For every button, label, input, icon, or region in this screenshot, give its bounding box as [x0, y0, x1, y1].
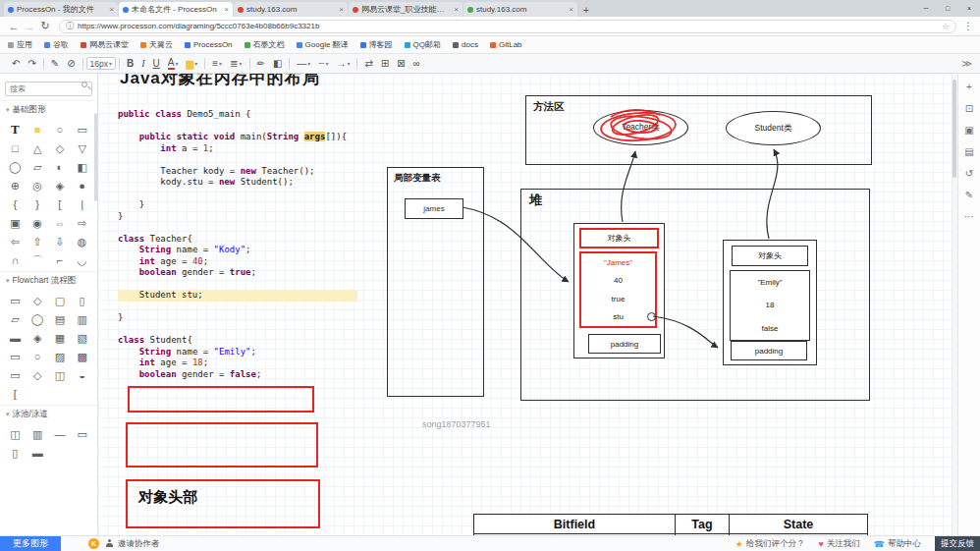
table-column[interactable]: State — [730, 515, 867, 535]
toolbar-clear-format-button[interactable]: ⊘ — [63, 56, 79, 72]
shape-item[interactable]: ▥ — [71, 310, 93, 328]
canvas-vertical-scrollbar[interactable] — [952, 74, 957, 535]
student-object[interactable]: 对象头 "Emily"18false padding — [723, 240, 817, 365]
toolbar-align-button[interactable]: ≡▾ — [208, 56, 226, 72]
site-info-icon[interactable]: ⓘ — [66, 21, 74, 31]
toolbar-undo-button[interactable]: ↶ — [8, 56, 24, 72]
toolbar-fill-color-button[interactable]: ◧ — [269, 56, 286, 72]
shape-item[interactable]: ◇ — [27, 366, 49, 384]
object-field[interactable]: 18 — [731, 294, 809, 316]
shape-item[interactable]: ⇧ — [27, 233, 49, 250]
method-area[interactable]: 方法区 Teacher类 Student类 — [525, 95, 872, 165]
shape-item[interactable]: ◍ — [71, 233, 93, 250]
diagram-title[interactable]: Java对象在内存中的布局 — [120, 74, 320, 89]
comment-icon[interactable]: ⋯ — [961, 209, 977, 223]
shape-item[interactable]: ▱ — [27, 158, 49, 176]
toolbar-redo-button[interactable]: ↷ — [24, 56, 39, 72]
more-shapes-button[interactable]: 更多图形 — [0, 536, 61, 551]
bookmark-item[interactable]: 石墨文档 — [245, 39, 285, 50]
shape-item[interactable]: ● — [71, 177, 93, 194]
shape-item[interactable]: [ — [49, 195, 72, 213]
sidebar-section-header[interactable]: ▾基础图形 — [0, 100, 97, 119]
toolbar-snap-grid-button[interactable]: ⊞ — [377, 56, 393, 72]
shape-item[interactable]: | — [71, 195, 93, 213]
table-column[interactable]: Bitfield — [474, 515, 676, 535]
toolbar-line-color-button[interactable]: ✏ — [253, 56, 269, 72]
shape-item[interactable]: ⇩ — [49, 233, 72, 250]
toolbar-format-painter-button[interactable]: ✎ — [47, 56, 63, 72]
toolbar-arrow-style-button[interactable]: →▾ — [332, 56, 354, 72]
bookmark-item[interactable]: 博客园 — [360, 39, 393, 50]
shape-item[interactable]: ▥ — [27, 425, 49, 443]
shape-item[interactable]: ▦ — [49, 329, 72, 347]
tab-close-icon[interactable]: × — [224, 5, 229, 14]
shape-item[interactable]: ▬ — [4, 329, 27, 347]
red-annotation-box-2[interactable] — [126, 422, 318, 468]
shape-item[interactable]: ▨ — [49, 348, 72, 365]
tab-close-icon[interactable]: × — [569, 5, 573, 14]
shape-item[interactable]: ∩ — [4, 251, 27, 269]
red-annotation-box-3[interactable]: 对象头部 — [126, 479, 320, 528]
url-field[interactable]: ⓘ https://www.processon.com/diagraming/5… — [59, 20, 956, 33]
shape-item[interactable]: ▯ — [71, 292, 93, 309]
shape-item[interactable]: ◒ — [71, 366, 93, 384]
shape-item[interactable]: ▧ — [71, 329, 93, 347]
pan-icon[interactable]: + — [961, 80, 977, 93]
invite-collaborator-button[interactable]: 邀请协作者 — [105, 538, 160, 550]
shape-item[interactable]: ▽ — [71, 139, 93, 157]
object-field[interactable]: stu — [581, 308, 655, 327]
shape-item[interactable]: ◫ — [49, 366, 72, 384]
scrollbar-thumb[interactable] — [953, 80, 956, 178]
toolbar-line-style-button[interactable]: ┄▾ — [314, 56, 332, 72]
minimize-window-button[interactable]: ─ — [915, 0, 937, 17]
student-object-header[interactable]: 对象头 — [732, 246, 808, 266]
sidebar-section-header[interactable]: ▾泳池/泳道 — [0, 405, 97, 423]
browser-tab[interactable]: ProcessOn - 我的文件× — [4, 2, 118, 17]
toolbar-lock-button[interactable]: ⊠ — [393, 56, 408, 72]
shape-item[interactable]: ▢ — [49, 292, 72, 309]
shape-item[interactable]: ◡ — [71, 251, 93, 269]
shape-item[interactable]: ▭ — [4, 292, 27, 309]
student-class-ellipse[interactable]: Student类 — [726, 111, 821, 145]
shape-item[interactable]: ⇔ — [49, 214, 72, 232]
object-field[interactable]: true — [581, 290, 655, 308]
pages-icon[interactable]: ▣ — [961, 123, 977, 137]
shape-item[interactable]: □ — [4, 139, 27, 157]
toolbar-highlight-color-button[interactable]: ▆▾ — [183, 56, 202, 72]
shape-item[interactable]: ◫ — [4, 425, 27, 443]
bookmark-item[interactable]: 谷歌 — [44, 39, 69, 50]
shape-item[interactable]: ⇨ — [71, 214, 93, 232]
browser-tab[interactable]: study.163.com× — [234, 2, 348, 17]
history-icon[interactable]: ↺ — [961, 166, 977, 180]
diagram-canvas[interactable]: Java对象在内存中的布局 public class Demo5_main { … — [98, 74, 957, 535]
shape-item[interactable]: { — [4, 195, 27, 213]
shape-item[interactable]: ◈ — [27, 329, 49, 347]
shape-item[interactable]: — — [49, 425, 72, 443]
teacher-class-ellipse[interactable]: Teacher类 — [593, 110, 688, 145]
bookmark-item[interactable]: Google 翻译 — [297, 39, 349, 50]
new-tab-button[interactable]: + — [578, 3, 594, 17]
shape-item[interactable]: ○ — [27, 348, 49, 365]
toolbar-font-size-button[interactable]: 16px▾ — [86, 57, 116, 70]
heap-area[interactable]: 堆 对象头 "James"40truestu padding 对象头 "Emil… — [520, 189, 870, 401]
shape-item[interactable]: ◈ — [49, 177, 72, 194]
object-field[interactable]: false — [731, 317, 809, 340]
notes-icon[interactable]: ✎ — [961, 188, 977, 201]
toolbar-connector-button[interactable]: ⇄ — [360, 56, 376, 72]
object-field[interactable]: "Emily" — [731, 271, 809, 294]
tab-close-icon[interactable]: × — [339, 5, 344, 14]
bookmark-item[interactable]: docs — [453, 40, 478, 49]
shape-item[interactable]: ▯ — [4, 444, 27, 462]
bookmark-star-icon[interactable]: ☆ — [942, 22, 950, 31]
toolbar-underline-button[interactable]: U — [149, 56, 164, 72]
collapse-toolbar-icon[interactable]: ≫ — [962, 58, 972, 69]
tab-close-icon[interactable]: × — [454, 5, 459, 14]
shape-item[interactable]: ◇ — [27, 292, 49, 309]
shape-item[interactable]: ◇ — [49, 139, 72, 157]
object-field[interactable]: "James" — [581, 253, 655, 272]
student-object-padding[interactable]: padding — [731, 341, 807, 360]
bookmark-item[interactable]: 网易云课堂 — [81, 39, 129, 50]
close-window-button[interactable]: × — [958, 0, 980, 17]
shape-item[interactable]: ■ — [27, 121, 49, 138]
shape-item[interactable]: ◐ — [49, 158, 72, 176]
